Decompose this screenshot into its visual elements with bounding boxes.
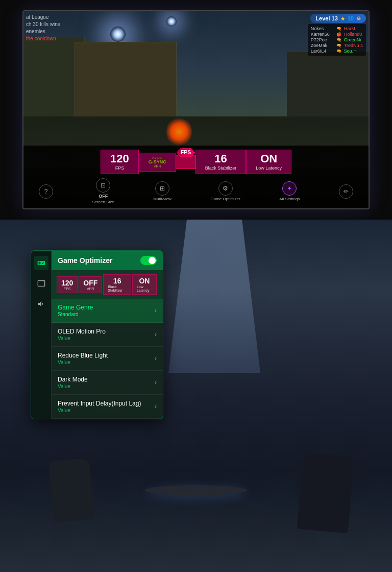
scoreboard: Nokes 🔫 HarM Karren56 🍎 Holland0 P72Poe … xyxy=(308,24,366,56)
score-icon-1: 🔫 xyxy=(336,27,341,31)
help-button[interactable]: ? xyxy=(39,184,53,199)
panel-fps-label: FPS xyxy=(64,287,71,291)
top-section: at League ch 30 kills wins enemies the c… xyxy=(0,0,392,220)
game-screen: at League ch 30 kills wins enemies the c… xyxy=(22,10,370,209)
stats-bar: 120 FPS NVIDIA G-SYNC VRR FPS xyxy=(29,150,363,174)
hud-line1: at League xyxy=(26,14,60,21)
score-val-2: Holland0 xyxy=(344,32,362,37)
hud-line2: ch 30 kills wins xyxy=(26,21,60,28)
rock-right xyxy=(297,452,355,533)
menu-item-reduce-blue-light[interactable]: Reduce Blue Light Value › xyxy=(52,347,163,371)
chevron-icon-dark: › xyxy=(155,379,157,386)
multi-view-icon: ⊞ xyxy=(155,181,169,196)
menu-item-dark-mode[interactable]: Dark Mode Value › xyxy=(52,371,163,395)
screen-size-icon: ⊡ xyxy=(96,178,110,193)
latency-value: ON xyxy=(260,153,277,164)
panel-fps-stat: 120 FPS xyxy=(57,276,78,293)
menu-item-input-left: Prevent Input Delay(Input Lag) Value xyxy=(58,400,141,413)
black-stab-stat: 16 Black Stabilizer xyxy=(195,150,247,174)
chevron-icon-oled: › xyxy=(155,331,157,338)
latency-stat: ON Low Latency xyxy=(246,150,291,174)
menu-item-blue-left: Reduce Blue Light Value xyxy=(58,352,108,365)
panel-sidebar xyxy=(31,251,52,419)
score-icon-5: 🔫 xyxy=(336,49,341,54)
hud-line3: enemies xyxy=(26,28,60,35)
panel-vrr-value: OFF xyxy=(83,279,97,287)
optimizer-panel: Game Optimizer 120 FPS OFF VRR 16 Black … xyxy=(31,250,163,419)
panel-latency-stat: ON Low Latency xyxy=(132,274,157,295)
sidebar-icon-display[interactable] xyxy=(34,276,48,291)
level-badge: Level 13 ★ 10 ☠ xyxy=(310,14,366,23)
panel-blackstab-stat: 16 Black Stabilizer xyxy=(103,274,131,295)
score-val-5: Sou.H xyxy=(344,49,357,54)
panel-menu: Game Genre Standard › OLED Motion Pro Va… xyxy=(52,299,163,419)
score-row: P72Poe 🔫 GreenNi xyxy=(311,37,363,42)
waterfall xyxy=(168,220,260,373)
optimizer-label: Game Optimizer xyxy=(210,197,240,201)
gsync-logo: NVIDIA G-SYNC VRR xyxy=(149,156,166,168)
menu-item-genre-value: Standard xyxy=(58,312,93,317)
panel-blackstab-label: Black Stabilizer xyxy=(108,285,127,292)
scene-platform xyxy=(145,485,247,495)
hud-bottom: 120 FPS NVIDIA G-SYNC VRR FPS xyxy=(23,146,369,208)
menu-item-genre-left: Game Genre Standard xyxy=(58,304,93,317)
panel-fps-value: 120 xyxy=(61,279,73,287)
optimizer-icon: ⚙ xyxy=(218,181,233,196)
star-count: 10 xyxy=(348,15,354,21)
controls-bar: ? ⊡ OFF Screen Size ⊞ Multi-view ⚙ Game … xyxy=(29,178,363,204)
menu-item-input-name: Prevent Input Delay(Input Lag) xyxy=(58,400,141,407)
sidebar-icon-volume[interactable] xyxy=(34,297,48,311)
menu-item-dark-left: Dark Mode Value xyxy=(58,376,88,389)
menu-item-game-genre[interactable]: Game Genre Standard › xyxy=(52,299,163,323)
fps-label: FPS xyxy=(115,165,125,171)
level-text: Level 13 xyxy=(315,15,337,21)
scene-light-1 xyxy=(110,27,126,42)
chevron-icon-input: › xyxy=(155,403,157,410)
all-settings-control[interactable]: ✦ All Settings xyxy=(279,181,300,201)
panel-title: Game Optimizer xyxy=(58,256,112,265)
all-settings-label: All Settings xyxy=(279,197,300,201)
multi-view-label: Multi-view xyxy=(153,197,172,201)
screen-size-label: Screen Size xyxy=(92,200,114,204)
panel-vrr-stat: OFF VRR xyxy=(79,276,102,293)
score-name-4: ZoeMak xyxy=(311,43,334,48)
multi-view-control[interactable]: ⊞ Multi-view xyxy=(153,181,172,201)
game-optimizer-control[interactable]: ⚙ Game Optimizer xyxy=(210,181,240,201)
edit-button[interactable]: ✏ xyxy=(339,184,353,199)
black-stab-label: Black Stabilizer xyxy=(205,165,237,171)
score-icon-4: 🔫 xyxy=(336,43,341,48)
menu-item-dark-name: Dark Mode xyxy=(58,376,88,383)
panel-latency-label: Low Latency xyxy=(137,285,152,292)
sidebar-icon-gamepad[interactable] xyxy=(34,256,48,270)
score-name-5: Lar6IL4 xyxy=(311,49,334,54)
score-row: Lar6IL4 🔫 Sou.H xyxy=(311,49,363,54)
menu-item-oled-value: Value xyxy=(58,336,106,341)
menu-item-blue-name: Reduce Blue Light xyxy=(58,352,108,359)
fps-badge: FPS xyxy=(176,148,195,157)
panel-toggle[interactable] xyxy=(140,256,157,265)
hud-top-left: at League ch 30 kills wins enemies the c… xyxy=(26,14,60,42)
screen-size-value: OFF xyxy=(99,194,108,199)
score-val-4: TredNu 4 xyxy=(344,43,363,48)
fps-stat: 120 FPS xyxy=(101,150,139,174)
latency-label: Low Latency xyxy=(256,165,282,171)
panel-header: Game Optimizer xyxy=(52,251,163,270)
vrr-label: VRR xyxy=(154,164,161,168)
score-icon-3: 🔫 xyxy=(336,38,341,42)
fps-value: 120 xyxy=(110,153,129,164)
menu-item-input-delay[interactable]: Prevent Input Delay(Input Lag) Value › xyxy=(52,395,163,419)
panel-stats: 120 FPS OFF VRR 16 Black Stabilizer ON L… xyxy=(52,270,163,299)
menu-item-oled-motion[interactable]: OLED Motion Pro Value › xyxy=(52,323,163,347)
menu-item-blue-value: Value xyxy=(58,360,108,365)
star-icon: ★ xyxy=(340,16,345,21)
scene-explosion xyxy=(166,116,192,147)
score-row: ZoeMak 🔫 TredNu 4 xyxy=(311,43,363,48)
chevron-icon-blue: › xyxy=(155,355,157,362)
game-background: at League ch 30 kills wins enemies the c… xyxy=(23,11,369,208)
panel-vrr-label: VRR xyxy=(87,287,94,291)
screen-size-control[interactable]: ⊡ OFF Screen Size xyxy=(92,178,114,204)
score-val-3: GreenNi xyxy=(344,37,361,42)
black-stab-value: 16 xyxy=(214,153,227,164)
menu-item-dark-value: Value xyxy=(58,384,88,389)
score-name-1: Nokes xyxy=(311,26,334,31)
